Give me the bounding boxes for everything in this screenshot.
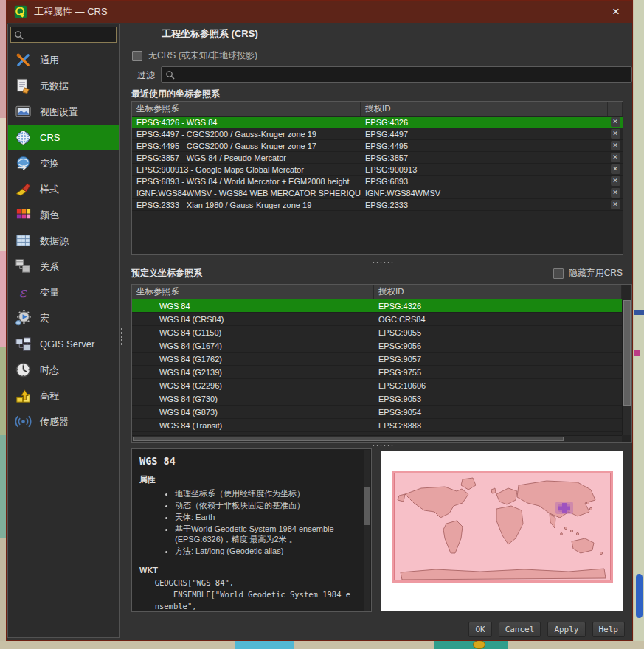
- svg-text:ε: ε: [19, 284, 28, 301]
- page-title: 工程坐标参照系 (CRS): [162, 27, 258, 41]
- sidebar-item-label: CRS: [40, 132, 60, 143]
- properties-list: 地理坐标系（使用经纬度作为坐标）动态（依赖于非板块固定的基准面）天体: Eart…: [175, 488, 361, 557]
- splitter-handle[interactable]: [372, 261, 394, 264]
- metadata-icon: [15, 77, 32, 94]
- sidebar-item-label: 数据源: [40, 235, 69, 248]
- cancel-button[interactable]: Cancel: [499, 622, 541, 637]
- predefined-crs-row[interactable]: WGS 84 (G730)EPSG:9053: [132, 392, 622, 406]
- sidebar-item-styles[interactable]: 样式: [8, 176, 119, 202]
- no-crs-label: 无CRS (或未知/非地球投影): [148, 49, 257, 62]
- filter-box[interactable]: [161, 66, 632, 83]
- recent-crs-row[interactable]: EPSG:4495 - CGCS2000 / Gauss-Kruger zone…: [132, 140, 623, 152]
- sidebar-item-view-settings[interactable]: 视图设置: [8, 99, 119, 125]
- predefined-crs-row[interactable]: WGS 84 (G2296)EPSG:10606: [132, 379, 622, 392]
- predefined-crs-row[interactable]: WGS 84EPSG:4326: [132, 299, 622, 313]
- splitter-handle[interactable]: [120, 327, 123, 347]
- crs-globe-icon: [15, 129, 32, 146]
- sidebar-item-temporal[interactable]: 时态: [8, 357, 119, 383]
- remove-recent-icon[interactable]: ✕: [611, 176, 620, 186]
- sidebar-item-label: 视图设置: [40, 105, 78, 119]
- recent-crs-row[interactable]: EPSG:4497 - CGCS2000 / Gauss-Kruger zone…: [132, 128, 623, 140]
- crs-name-cell: EPSG:6893 - WGS 84 / World Mercator + EG…: [132, 177, 361, 186]
- map-fragment: [235, 641, 294, 649]
- remove-recent-icon[interactable]: ✕: [611, 141, 620, 150]
- view-settings-icon: [15, 103, 32, 120]
- column-header[interactable]: 坐标参照系: [132, 102, 361, 116]
- predefined-table-body: WGS 84EPSG:4326WGS 84 (CRS84)OGC:CRS84WG…: [132, 299, 622, 432]
- authority-id-cell: OGC:CRS84: [374, 315, 622, 324]
- recent-crs-row[interactable]: IGNF:WGS84WMSV - WGS84 WEB MERCATOR SPHE…: [132, 187, 623, 199]
- sidebar-item-metadata[interactable]: 元数据: [8, 73, 119, 99]
- predefined-crs-row[interactable]: WGS 84 (G873)EPSG:9054: [132, 406, 622, 419]
- no-crs-checkbox[interactable]: [132, 51, 142, 61]
- sidebar-search[interactable]: [10, 27, 117, 43]
- remove-recent-icon[interactable]: ✕: [611, 117, 620, 127]
- sidebar-item-data-sources[interactable]: 数据源: [8, 228, 119, 254]
- crs-name-cell: WGS 84 (G1150): [132, 328, 374, 337]
- sidebar-item-label: 样式: [40, 183, 59, 196]
- qgis-logo-icon: [14, 5, 27, 18]
- splitter-handle[interactable]: [372, 444, 394, 447]
- sidebar-item-relations[interactable]: 关系: [8, 254, 119, 280]
- recent-crs-row[interactable]: EPSG:6893 - WGS 84 / World Mercator + EG…: [132, 176, 623, 187]
- authority-id-cell: EPSG:900913: [361, 165, 608, 174]
- sidebar-item-qgis-server[interactable]: QGIS Server: [8, 331, 119, 357]
- recent-crs-row[interactable]: EPSG:4326 - WGS 84EPSG:4326✕: [132, 117, 623, 128]
- remove-recent-icon[interactable]: ✕: [611, 129, 620, 139]
- predefined-crs-row[interactable]: WGS 84 (Transit)EPSG:8888: [132, 419, 622, 432]
- scrollbar-thumb[interactable]: [623, 300, 631, 406]
- predefined-crs-row[interactable]: WGS 84 (G1674)EPSG:9056: [132, 339, 622, 353]
- recent-crs-row[interactable]: EPSG:3857 - WGS 84 / Pseudo-MercatorEPSG…: [132, 152, 623, 164]
- column-header[interactable]: 授权ID: [374, 285, 622, 299]
- remove-recent-icon[interactable]: ✕: [611, 153, 620, 162]
- authority-id-cell: IGNF:WGS84WMSV: [361, 189, 608, 198]
- scrollbar-thumb[interactable]: [133, 437, 564, 441]
- remove-recent-icon[interactable]: ✕: [611, 164, 620, 174]
- sidebar-item-crs[interactable]: CRS: [8, 125, 119, 150]
- filter-input[interactable]: [178, 69, 628, 80]
- column-header[interactable]: 坐标参照系: [132, 285, 374, 299]
- predefined-crs-row[interactable]: WGS 84 (CRS84)OGC:CRS84: [132, 313, 622, 326]
- remove-recent-icon[interactable]: ✕: [611, 200, 620, 209]
- crs-details-panel[interactable]: WGS 84 属性 地理坐标系（使用经纬度作为坐标）动态（依赖于非板块固定的基准…: [131, 448, 372, 612]
- predefined-crs-row[interactable]: WGS 84 (G1150)EPSG:9055: [132, 326, 622, 339]
- crs-name-cell: WGS 84 (Transit): [132, 421, 374, 430]
- crs-name: WGS 84: [139, 455, 361, 467]
- sidebar-item-general[interactable]: 通用: [8, 47, 119, 73]
- apply-button[interactable]: Apply: [547, 622, 585, 637]
- help-button[interactable]: Help: [592, 622, 626, 637]
- sidebar-item-macros[interactable]: 宏: [8, 305, 119, 331]
- crs-name-cell: EPSG:2333 - Xian 1980 / Gauss-Kruger zon…: [132, 201, 361, 209]
- predefined-crs-row[interactable]: WGS 84 (G1762)EPSG:9057: [132, 353, 622, 366]
- property-bullet: 天体: Earth: [175, 512, 361, 523]
- recent-crs-row[interactable]: EPSG:2333 - Xian 1980 / Gauss-Kruger zon…: [132, 199, 623, 211]
- sidebar-item-label: 关系: [40, 260, 59, 274]
- crs-name-cell: EPSG:4495 - CGCS2000 / Gauss-Kruger zone…: [132, 142, 361, 150]
- sidebar-item-label: 变换: [40, 157, 59, 170]
- hide-deprecated-checkbox[interactable]: [553, 268, 564, 279]
- scrollbar-thumb[interactable]: [364, 487, 370, 525]
- titlebar[interactable]: 工程属性 — CRS ×: [7, 1, 632, 23]
- vertical-scrollbar[interactable]: [622, 300, 631, 435]
- property-bullet: 动态（依赖于非板块固定的基准面）: [175, 500, 361, 511]
- column-header[interactable]: 授权ID: [361, 102, 608, 116]
- authority-id-cell: EPSG:4495: [361, 142, 608, 150]
- no-crs-row: 无CRS (或未知/非地球投影): [132, 49, 257, 62]
- ok-button[interactable]: OK: [468, 622, 491, 637]
- sidebar-item-colors[interactable]: 颜色: [8, 202, 119, 228]
- hide-deprecated-row: 隐藏弃用CRS: [553, 267, 623, 280]
- crs-name-cell: EPSG:4326 - WGS 84: [132, 118, 361, 127]
- vertical-scrollbar[interactable]: [364, 450, 370, 611]
- predefined-crs-row[interactable]: WGS 84 (G2139)EPSG:9755: [132, 366, 622, 379]
- sidebar-nav: 通用元数据视图设置CRS变换样式颜色数据源关系ε变量宏QGIS Server时态…: [8, 47, 119, 434]
- remove-recent-icon[interactable]: ✕: [611, 188, 620, 198]
- relations-icon: [15, 258, 32, 275]
- close-icon[interactable]: ×: [600, 1, 632, 23]
- recent-crs-row[interactable]: EPSG:900913 - Google Maps Global Mercato…: [132, 164, 623, 176]
- sidebar-item-transform[interactable]: 变换: [8, 150, 119, 176]
- horizontal-scrollbar[interactable]: [132, 435, 622, 442]
- sidebar-item-sensors[interactable]: 传感器: [8, 409, 119, 434]
- sidebar-search-input[interactable]: [27, 30, 113, 40]
- sidebar-item-variables[interactable]: ε变量: [8, 280, 119, 305]
- sidebar-item-elevation[interactable]: 高程: [8, 383, 119, 409]
